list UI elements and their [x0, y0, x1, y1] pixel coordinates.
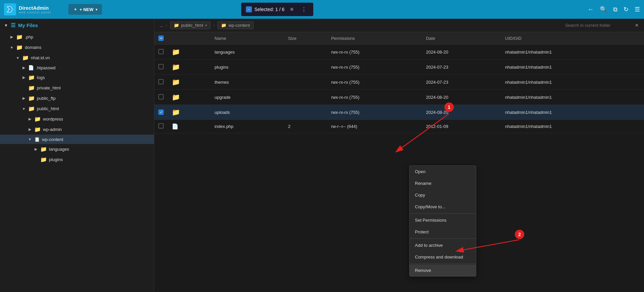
sidebar-item-label: .php: [25, 34, 33, 40]
col-permissions[interactable]: Permissions: [327, 32, 422, 45]
breadcrumb: ... › 📁 public_html ▾ › 📁 wp-content ✕: [154, 19, 644, 32]
folder-icon: 📁: [172, 108, 180, 116]
sidebar-item-plugins[interactable]: 📁 plugins: [0, 154, 154, 165]
table-header-row: − Name Size Permissions Date UID/GID: [154, 32, 644, 45]
annotation-2: 2: [515, 230, 524, 239]
table-row[interactable]: 📄 index.php 2 rw-r--r-- (644) 2012-01-09…: [154, 120, 644, 133]
breadcrumb-label: public_html: [181, 23, 203, 28]
file-name: upgrade: [211, 90, 284, 105]
folder-icon: 📁: [28, 74, 35, 81]
sidebar-item-logs[interactable]: ▶ 📁 logs: [0, 72, 154, 83]
new-button[interactable]: ＋ + NEW ▾: [68, 4, 102, 15]
chevron-down-icon: ▾: [96, 8, 97, 11]
row-checkbox[interactable]: ✓: [158, 110, 164, 115]
folder-icon: 📁: [172, 93, 180, 101]
breadcrumb-sep2: ›: [213, 23, 215, 28]
sidebar-header[interactable]: ▼ ☰ My Files: [0, 19, 154, 32]
collapse-icon: ▼: [15, 56, 20, 60]
context-menu-set-permissions[interactable]: Set Permissions: [410, 214, 476, 226]
file-uid: nhatadmin1/nhatadmin1: [501, 60, 644, 75]
breadcrumb-public-html[interactable]: 📁 public_html ▾: [170, 21, 211, 29]
context-menu-copy-move[interactable]: Copy/Move to...: [410, 201, 476, 213]
header-checkbox-cell: −: [154, 32, 168, 45]
more-options-icon[interactable]: ⋮: [299, 5, 309, 14]
sidebar-item-label: public_ftp: [37, 96, 56, 101]
file-uid: nhatadmin1/nhatadmin1: [501, 75, 644, 90]
file-content-area: − Name Size Permissions Date UID/GID: [154, 32, 644, 292]
search-icon[interactable]: 🔍: [600, 6, 607, 13]
context-menu-open[interactable]: Open: [410, 166, 476, 177]
sidebar-item-public-html[interactable]: ▼ 📁 public_html: [0, 103, 154, 114]
grid-icon[interactable]: ⧉: [613, 6, 618, 13]
file-name: themes: [211, 75, 284, 90]
selected-count: Selected: 1 / 6: [255, 7, 285, 12]
refresh-icon[interactable]: ↻: [624, 6, 629, 13]
table-row[interactable]: 📁 upgrade rwx-rx-rx (755) 2024-08-20 nha…: [154, 90, 644, 105]
collapse-icon: ▼: [9, 46, 14, 50]
collapse-icon: ▶: [28, 127, 32, 132]
col-date[interactable]: Date: [422, 32, 501, 45]
back-icon[interactable]: ←: [588, 6, 594, 13]
file-size: [284, 105, 327, 120]
table-row[interactable]: 📁 plugins rwx-rx-rx (755) 2024-07-23 nha…: [154, 60, 644, 75]
row-checkbox[interactable]: [158, 64, 164, 69]
context-menu-compress-download[interactable]: Compress and download: [410, 251, 476, 263]
folder-icon: 📁: [28, 95, 35, 101]
sidebar-item-wp-admin[interactable]: ▶ 📁 wp-admin: [0, 124, 154, 135]
folder-open-icon: 📋: [34, 137, 40, 142]
folder-icon: 📁: [22, 55, 29, 61]
breadcrumb-sep1: ›: [166, 23, 167, 28]
table-row[interactable]: ✓ 📁 uploads rwx-rx-rx (755) 2024-08-20 n…: [154, 105, 644, 120]
file-table: − Name Size Permissions Date UID/GID: [154, 32, 644, 292]
sidebar-item-htpasswd[interactable]: ▶ 📄 .htpasswd: [0, 63, 154, 72]
context-divider: [410, 264, 476, 264]
sidebar-item-domains[interactable]: ▼ 📁 domains: [0, 42, 154, 53]
header-icon: [168, 32, 211, 45]
file-uid: nhatadmin1/nhatadmin1: [501, 120, 644, 133]
file-icon: 📄: [28, 65, 34, 70]
context-menu-rename[interactable]: Rename: [410, 177, 476, 189]
context-menu-copy[interactable]: Copy: [410, 189, 476, 201]
php-file-icon: 📄: [172, 124, 178, 129]
col-uid[interactable]: UID/GID: [501, 32, 644, 45]
folder-icon: 📁: [16, 34, 23, 40]
sidebar-item-php[interactable]: ▶ 📁 .php: [0, 32, 154, 42]
table-row[interactable]: 📁 themes rwx-rx-rx (755) 2024-07-23 nhat…: [154, 75, 644, 90]
row-checkbox[interactable]: [158, 49, 164, 54]
collapse-icon: ▶: [21, 96, 26, 100]
col-size[interactable]: Size: [284, 32, 327, 45]
col-name[interactable]: Name: [211, 32, 284, 45]
file-name: index.php: [211, 120, 284, 133]
file-size: 2: [284, 120, 327, 133]
search-input[interactable]: [565, 23, 632, 28]
plus-icon: ＋: [73, 6, 77, 12]
file-permissions: rwx-rx-rx (755): [327, 90, 422, 105]
list-menu-icon[interactable]: ≡: [287, 5, 297, 14]
context-divider: [410, 213, 476, 214]
collapse-icon: ▼: [28, 137, 32, 141]
breadcrumb-wp-content[interactable]: 📁 wp-content: [217, 21, 254, 29]
sidebar-item-wp-content[interactable]: ▼ 📋 wp-content: [0, 135, 154, 144]
collapse-icon: ▶: [34, 147, 38, 151]
select-all-checkbox[interactable]: −: [158, 35, 164, 41]
sidebar-item-languages[interactable]: ▶ 📁 languages: [0, 144, 154, 154]
folder-icon: 📁: [16, 44, 23, 51]
sidebar-item-label: plugins: [49, 157, 63, 162]
deselect-icon[interactable]: −: [246, 6, 252, 12]
sidebar-item-wordpress[interactable]: ▶ 📁 wordpress: [0, 114, 154, 124]
sidebar-item-public-ftp[interactable]: ▶ 📁 public_ftp: [0, 93, 154, 103]
row-checkbox[interactable]: [158, 123, 164, 129]
folder-icon: 📁: [172, 78, 180, 86]
context-menu-add-archive[interactable]: Add to archive: [410, 239, 476, 251]
context-menu-remove[interactable]: Remove: [410, 265, 476, 276]
sidebar-item-nhat-id-vn[interactable]: ▼ 📁 nhat.id.vn: [0, 53, 154, 63]
context-menu-protect[interactable]: Protect: [410, 226, 476, 238]
row-checkbox[interactable]: [158, 94, 164, 99]
table-row[interactable]: 📁 languages rwx-rx-rx (755) 2024-08-20 n…: [154, 45, 644, 60]
settings-icon[interactable]: ☰: [635, 6, 640, 13]
row-checkbox[interactable]: [158, 79, 164, 84]
sidebar-item-private-html[interactable]: 📁 private_html: [0, 83, 154, 93]
close-search-icon[interactable]: ✕: [635, 23, 639, 28]
breadcrumb-ellipsis[interactable]: ...: [160, 23, 163, 28]
file-name: languages: [211, 45, 284, 60]
